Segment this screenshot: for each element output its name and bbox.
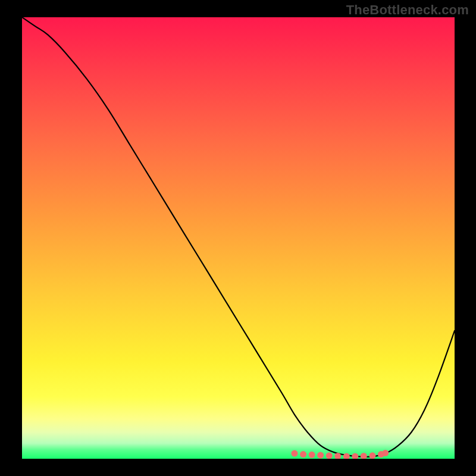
optimal-marker xyxy=(369,452,375,459)
curve-path xyxy=(22,17,455,457)
optimal-marker xyxy=(309,452,315,458)
optimal-marker xyxy=(361,453,367,459)
optimal-marker xyxy=(326,452,333,459)
watermark-text: TheBottleneck.com xyxy=(346,2,469,18)
bottleneck-curve xyxy=(22,17,455,459)
optimal-marker xyxy=(352,453,358,459)
chart-canvas: TheBottleneck.com xyxy=(0,0,476,476)
optimal-marker xyxy=(317,452,324,459)
bottom-markers xyxy=(292,450,389,459)
plot-area xyxy=(22,17,455,459)
optimal-marker xyxy=(343,453,350,459)
optimal-marker xyxy=(382,450,389,456)
optimal-marker xyxy=(300,451,306,458)
optimal-marker xyxy=(292,450,298,457)
